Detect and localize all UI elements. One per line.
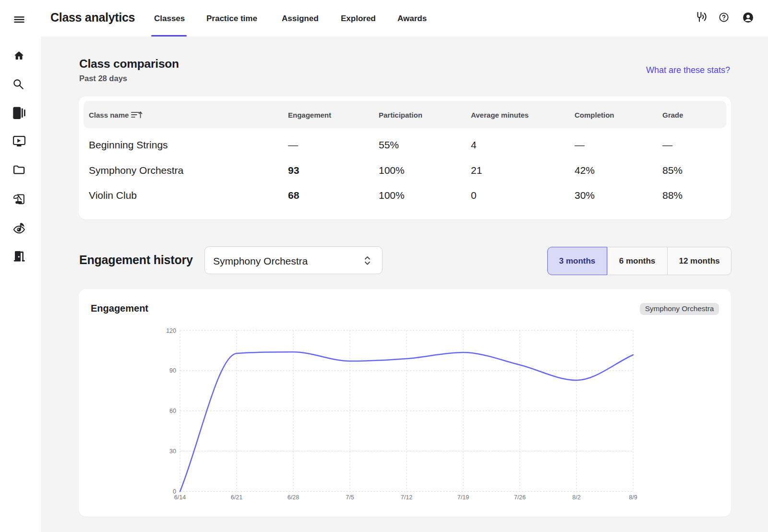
svg-text:6/28: 6/28	[288, 494, 299, 501]
svg-text:30: 30	[169, 448, 176, 455]
svg-text:8/2: 8/2	[572, 494, 580, 501]
svg-text:8/9: 8/9	[629, 494, 637, 501]
svg-text:7/19: 7/19	[457, 494, 469, 501]
svg-text:60: 60	[169, 408, 176, 414]
svg-text:90: 90	[169, 367, 176, 374]
svg-text:120: 120	[166, 327, 176, 334]
svg-text:7/5: 7/5	[346, 494, 354, 501]
svg-text:6/21: 6/21	[231, 494, 242, 501]
svg-text:7/12: 7/12	[401, 494, 412, 501]
svg-text:6/14: 6/14	[174, 494, 186, 501]
svg-text:7/26: 7/26	[514, 494, 526, 501]
